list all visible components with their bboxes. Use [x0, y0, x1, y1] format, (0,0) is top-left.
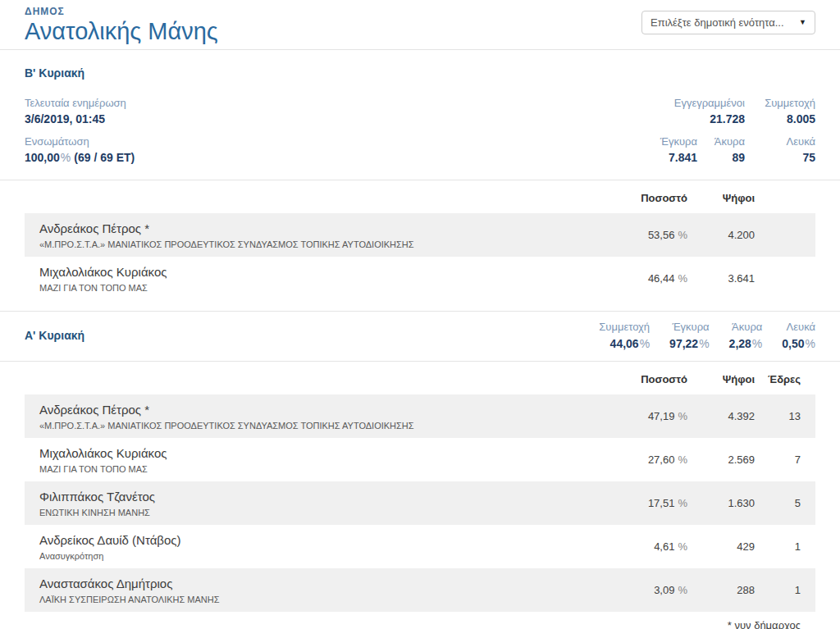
percent-value: 0,50 — [782, 337, 804, 350]
percent-sign: % — [678, 497, 687, 509]
candidate-info: Μιχαλολιάκος Κυριάκος ΜΑΖΙ ΓΙΑ ΤΟΝ ΤΟΠΟ … — [39, 265, 597, 293]
blank-stat: Λευκά 0,50% — [782, 321, 815, 350]
candidate-votes: 3.641 — [687, 272, 755, 285]
candidate-seats: 1 — [755, 540, 801, 553]
candidate-name: Ανδρεάκος Πέτρος * — [39, 221, 589, 235]
candidate-seats: 5 — [755, 497, 801, 509]
percent-value: 47,19 — [648, 410, 675, 422]
candidate-percent: 46,44% — [597, 272, 687, 285]
participation-stat: Συμμετοχή 8.005 — [745, 97, 815, 125]
percent-value: 3,09 — [654, 584, 674, 596]
column-header-votes: Ψήφοι — [687, 192, 755, 204]
round-b-stats-right: Εγγεγραμμένοι 21.728 Συμμετοχή 8.005 Έγκ… — [660, 97, 815, 164]
candidate-name: Μιχαλολιάκος Κυριάκος — [39, 446, 589, 460]
chevron-down-icon: ▼ — [799, 19, 806, 26]
candidate-percent: 4,61% — [597, 540, 687, 553]
valid-label: Έγκυρα — [660, 135, 697, 148]
candidate-party: ΜΑΖΙ ΓΙΑ ΤΟΝ ΤΟΠΟ ΜΑΣ — [39, 464, 589, 474]
page-header: ΔΗΜΟΣ Ανατολικής Μάνης Επιλέξτε δημοτική… — [0, 0, 840, 49]
municipal-unit-select[interactable]: Επιλέξτε δημοτική ενότητα... ▼ — [641, 11, 815, 34]
integration-value: 100,00%(69 / 69 ΕΤ) — [25, 151, 135, 164]
candidate-party: «Μ.ΠΡΟ.Σ.Τ.Α.» ΜΑΝΙΑΤΙΚΟΣ ΠΡΟΟΔΕΥΤΙΚΟΣ Σ… — [39, 421, 589, 431]
registered-stat: Εγγεγραμμένοι 21.728 — [674, 97, 745, 125]
candidate-info: Ανδρείκος Δαυίδ (Ντάβος) Ανασυγκρότηση — [39, 533, 597, 561]
percent-sign: % — [678, 272, 687, 285]
table-row: Φιλιππάκος Τζανέτος ΕΝΩΤΙΚΗ ΚΙΝΗΣΗ ΜΑΝΗΣ… — [25, 481, 815, 525]
table-row: Μιχαλολιάκος Κυριάκος ΜΑΖΙ ΓΙΑ ΤΟΝ ΤΟΠΟ … — [25, 438, 815, 481]
invalid-label: Άκυρα — [697, 135, 745, 148]
round-b-stats: Τελευταία ενημέρωση 3/6/2019, 01:45 Ενσω… — [25, 97, 815, 180]
candidate-party: ΕΝΩΤΙΚΗ ΚΙΝΗΣΗ ΜΑΝΗΣ — [39, 508, 589, 517]
invalid-stat: Άκυρα 2,28% — [729, 321, 763, 350]
candidate-seats: 13 — [755, 410, 801, 422]
column-header-percent: Ποσοστό — [597, 192, 687, 204]
last-update-label: Τελευταία ενημέρωση — [25, 97, 135, 109]
column-header-percent: Ποσοστό — [597, 373, 687, 385]
percent-sign: % — [678, 410, 687, 422]
round-b-stats-row2: Έγκυρα 7.841 Άκυρα 89 Λευκά 75 — [660, 135, 815, 164]
candidate-seats: 1 — [755, 584, 801, 596]
round-a-section-header: Α' Κυριακή Συμμετοχή 44,06% Έγκυρα 97,22… — [0, 312, 840, 361]
candidate-party: «Μ.ΠΡΟ.Σ.Τ.Α.» ΜΑΝΙΑΤΙΚΟΣ ΠΡΟΟΔΕΥΤΙΚΟΣ Σ… — [39, 239, 589, 249]
registered-value: 21.728 — [674, 112, 745, 125]
candidate-info: Φιλιππάκος Τζανέτος ΕΝΩΤΙΚΗ ΚΙΝΗΣΗ ΜΑΝΗΣ — [39, 490, 597, 517]
municipality-eyebrow: ΔΗΜΟΣ — [25, 6, 218, 17]
candidate-votes: 288 — [687, 584, 755, 596]
registered-label: Εγγεγραμμένοι — [674, 97, 745, 109]
candidate-info: Ανδρεάκος Πέτρος * «Μ.ΠΡΟ.Σ.Τ.Α.» ΜΑΝΙΑΤ… — [39, 403, 597, 431]
candidate-info: Αναστασάκος Δημήτριος ΛΑΪΚΗ ΣΥΣΠΕΙΡΩΣΗ Α… — [39, 577, 597, 604]
percent-sign: % — [678, 540, 687, 553]
municipality-heading: ΔΗΜΟΣ Ανατολικής Μάνης — [25, 4, 218, 45]
valid-label: Έγκυρα — [669, 321, 710, 333]
table-row: Μιχαλολιάκος Κυριάκος ΜΑΖΙ ΓΙΑ ΤΟΝ ΤΟΠΟ … — [25, 257, 815, 300]
candidate-name: Φιλιππάκος Τζανέτος — [39, 490, 589, 504]
percent-sign: % — [61, 151, 71, 164]
integration-label: Ενσωμάτωση — [25, 135, 135, 148]
invalid-value: 89 — [697, 151, 745, 164]
candidate-votes: 2.569 — [687, 454, 755, 466]
valid-stat: Έγκυρα 97,22% — [669, 321, 710, 350]
valid-value: 97,22% — [669, 337, 710, 350]
candidate-percent: 27,60% — [597, 454, 687, 466]
candidate-info: Ανδρεάκος Πέτρος * «Μ.ΠΡΟ.Σ.Τ.Α.» ΜΑΝΙΑΤ… — [39, 221, 597, 249]
percent-value: 53,56 — [648, 229, 675, 241]
valid-value: 7.841 — [660, 151, 697, 164]
candidate-percent: 3,09% — [597, 584, 687, 596]
candidate-percent: 53,56% — [597, 229, 687, 241]
candidate-votes: 4.392 — [687, 410, 755, 422]
candidate-name: Αναστασάκος Δημήτριος — [39, 577, 589, 590]
percent-value: 46,44 — [648, 272, 675, 285]
integration-stat: Ενσωμάτωση 100,00%(69 / 69 ΕΤ) — [25, 135, 135, 164]
candidate-name: Ανδρεάκος Πέτρος * — [39, 403, 589, 417]
percent-value: 44,06 — [610, 337, 639, 350]
candidate-name: Μιχαλολιάκος Κυριάκος — [39, 265, 589, 279]
percent-value: 97,22 — [669, 337, 698, 350]
round-a-title: Α' Κυριακή — [25, 329, 84, 342]
percent-sign: % — [678, 454, 687, 466]
candidate-name: Ανδρείκος Δαυίδ (Ντάβος) — [39, 533, 589, 547]
column-header-votes: Ψήφοι — [687, 373, 755, 385]
candidate-votes: 1.630 — [687, 497, 755, 509]
page-title: Ανατολικής Μάνης — [25, 19, 218, 45]
participation-value: 8.005 — [745, 112, 815, 125]
valid-stat: Έγκυρα 7.841 — [660, 135, 697, 164]
round-a-stats: Συμμετοχή 44,06% Έγκυρα 97,22% Άκυρα 2,2… — [579, 321, 815, 350]
blank-value: 75 — [745, 151, 815, 164]
integration-percent: 100,00 — [25, 151, 60, 164]
percent-sign: % — [752, 337, 762, 350]
invalid-value: 2,28% — [729, 337, 763, 350]
candidate-party: ΛΑΪΚΗ ΣΥΣΠΕΙΡΩΣΗ ΑΝΑΤΟΛΙΚΗΣ ΜΑΝΗΣ — [39, 595, 589, 604]
round-b-title: Β' Κυριακή — [25, 66, 815, 80]
table-row: Ανδρεάκος Πέτρος * «Μ.ΠΡΟ.Σ.Τ.Α.» ΜΑΝΙΑΤ… — [25, 394, 815, 438]
candidate-seats: 7 — [755, 454, 801, 466]
percent-sign: % — [678, 584, 687, 596]
round-b-stats-row1: Εγγεγραμμένοι 21.728 Συμμετοχή 8.005 — [660, 97, 815, 125]
invalid-stat: Άκυρα 89 — [697, 135, 745, 164]
round-a-table-header: Ποσοστό Ψήφοι Έδρες — [25, 362, 815, 394]
candidate-votes: 4.200 — [687, 229, 755, 241]
participation-value: 44,06% — [599, 337, 650, 350]
invalid-label: Άκυρα — [729, 321, 763, 333]
round-b-table-header: Ποσοστό Ψήφοι — [25, 180, 815, 213]
candidate-votes: 429 — [687, 540, 755, 553]
percent-sign: % — [640, 337, 650, 350]
